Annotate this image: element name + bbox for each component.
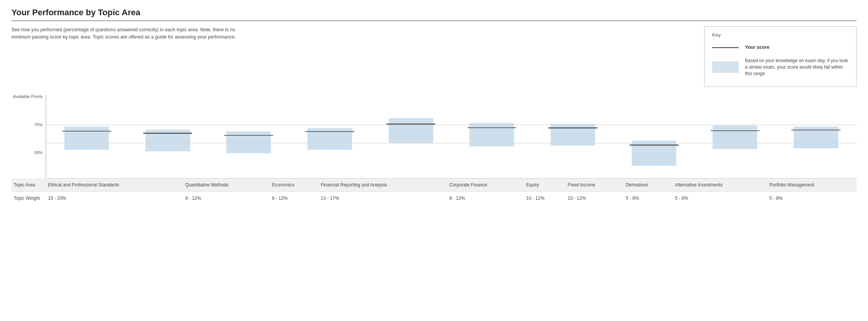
y-label-50: 50% (34, 151, 43, 155)
topic-name-2: Economics (270, 178, 319, 192)
topic-weight-8: 5 - 8% (673, 192, 767, 205)
score-line-3 (305, 131, 354, 132)
topic-weight-2: 8 - 12% (270, 192, 319, 205)
bar-group-5 (469, 123, 514, 146)
score-line-0 (62, 131, 111, 132)
columns-row (46, 95, 857, 178)
topic-weight-5: 10 - 12% (524, 192, 565, 205)
score-line-2 (224, 135, 273, 136)
topic-weight-7: 5 - 8% (623, 192, 673, 205)
bar-range-5 (469, 123, 514, 146)
bar-group-6 (551, 124, 595, 146)
topic-weight-9: 5 - 8% (767, 192, 857, 205)
topic-col-7 (613, 95, 695, 178)
bar-range-1 (146, 130, 190, 151)
topics-table: Topic AreaEthical and Professional Stand… (11, 178, 857, 205)
bar-range-8 (713, 125, 757, 149)
bar-group-2 (226, 132, 271, 153)
score-line-1 (143, 133, 192, 134)
score-line-8 (711, 130, 760, 132)
score-line-4 (386, 124, 436, 125)
title-divider (11, 21, 857, 21)
topic-weight-1: 8 - 12% (183, 192, 269, 205)
topic-col-6 (532, 95, 613, 178)
topic-weight-4: 8 - 12% (447, 192, 524, 205)
legend-item-score: Your score (712, 42, 849, 53)
bar-group-4 (389, 118, 433, 143)
bar-group-9 (794, 127, 838, 148)
topic-area-label: Topic Area (11, 178, 46, 192)
score-label: Your score (745, 45, 769, 50)
y-axis: Available Points 70% 50% (11, 95, 46, 178)
bar-range-0 (64, 127, 109, 150)
range-rect-icon (712, 61, 739, 73)
score-line-7 (629, 144, 679, 146)
bar-group-7 (632, 141, 676, 166)
bar-group-0 (64, 127, 109, 150)
topic-weight-6: 10 - 12% (565, 192, 623, 205)
bar-group-1 (146, 130, 190, 151)
bar-group-3 (307, 128, 352, 150)
topic-col-0 (46, 95, 127, 178)
score-line-5 (468, 127, 517, 128)
bar-range-4 (389, 118, 433, 143)
page-title: Your Performance by Topic Area (11, 8, 857, 18)
legend-title: Key (712, 32, 849, 38)
chart-container: Available Points 70% 50% (11, 95, 857, 178)
range-label: Based on your knowledge on exam day, if … (745, 58, 849, 77)
topic-name-6: Fixed Income (565, 178, 623, 192)
legend-item-range: Based on your knowledge on exam day, if … (712, 58, 849, 77)
bar-group-8 (713, 125, 757, 149)
topic-area-row: Topic AreaEthical and Professional Stand… (11, 178, 857, 192)
score-line-icon (712, 42, 739, 53)
topic-weight-3: 13 - 17% (319, 192, 447, 205)
topic-name-1: Quantitative Methods (183, 178, 269, 192)
topic-weight-label: Topic Weight (11, 192, 46, 205)
topic-col-1 (127, 95, 208, 178)
score-line-6 (548, 127, 597, 128)
topic-col-4 (370, 95, 452, 178)
top-section: See how you performed (percentage of que… (11, 26, 857, 87)
y-label-available: Available Points (13, 95, 43, 99)
topic-name-5: Equity (524, 178, 565, 192)
bar-range-9 (794, 127, 838, 148)
topic-name-3: Financial Reporting and Analysis (319, 178, 447, 192)
topic-name-0: Ethical and Professional Standards (46, 178, 183, 192)
chart-plot (46, 95, 857, 178)
topic-name-7: Derivatives (623, 178, 673, 192)
table-section: Topic AreaEthical and Professional Stand… (11, 178, 857, 205)
topic-name-4: Corporate Finance (447, 178, 524, 192)
bar-range-2 (226, 132, 271, 153)
topic-col-8 (695, 95, 776, 178)
bar-range-7 (632, 141, 676, 166)
topic-weight-row: Topic Weight15 - 20%8 - 12%8 - 12%13 - 1… (11, 192, 857, 205)
topic-name-9: Portfolio Management (767, 178, 857, 192)
topic-col-5 (452, 95, 533, 178)
topic-col-2 (208, 95, 289, 178)
chart-area: Available Points 70% 50% (11, 95, 857, 178)
description-text: See how you performed (percentage of que… (11, 26, 248, 41)
bar-range-3 (307, 128, 352, 150)
score-line-9 (791, 130, 841, 131)
y-label-70: 70% (34, 123, 43, 127)
topic-col-3 (289, 95, 370, 178)
legend-box: Key Your score Based on your knowledge o… (704, 26, 857, 87)
topic-name-8: Alternative Investments (673, 178, 767, 192)
topic-weight-0: 15 - 20% (46, 192, 183, 205)
topic-col-9 (775, 95, 857, 178)
bar-range-6 (551, 124, 595, 146)
